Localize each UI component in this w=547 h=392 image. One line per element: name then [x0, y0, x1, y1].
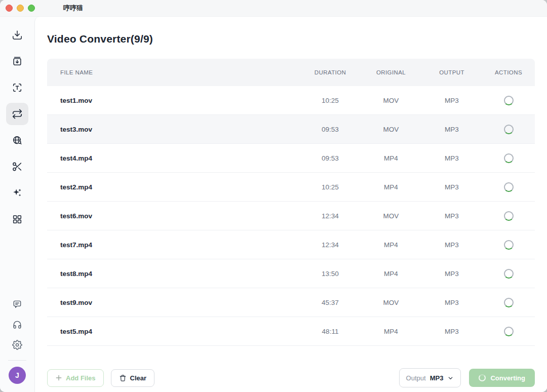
import-box-icon: [12, 56, 23, 67]
sidebar-item-trim[interactable]: [6, 155, 28, 178]
original-format-cell: MP4: [361, 270, 421, 278]
output-dropdown-value: MP3: [430, 374, 444, 382]
duration-cell: 10:25: [300, 183, 361, 191]
sidebar-item-convert[interactable]: [6, 103, 28, 125]
progress-spinner-icon[interactable]: [504, 327, 514, 336]
duration-cell: 48:11: [300, 328, 361, 335]
output-format-cell: MP3: [421, 154, 482, 162]
original-format-cell: MOV: [361, 212, 421, 220]
web-search-icon: [12, 135, 23, 146]
traffic-lights: [0, 5, 40, 12]
progress-spinner-icon[interactable]: [504, 298, 514, 307]
duration-cell: 12:34: [300, 241, 361, 249]
column-header-original: ORIGINAL: [361, 69, 421, 75]
output-format-cell: MP3: [421, 126, 482, 133]
sidebar: J: [0, 17, 34, 392]
clear-label: Clear: [130, 374, 147, 382]
output-format-dropdown[interactable]: Output MP3: [399, 368, 461, 387]
gear-icon: [12, 340, 22, 350]
sidebar-item-support[interactable]: [6, 315, 28, 335]
zoom-window-button[interactable]: [28, 5, 35, 12]
download-icon: [12, 29, 23, 41]
minimize-window-button[interactable]: [17, 5, 24, 12]
duration-cell: 45:37: [300, 299, 361, 306]
page-title: Video Converter(9/9): [47, 33, 535, 45]
duration-cell: 09:53: [300, 126, 361, 133]
table-row[interactable]: test9.mov 45:37 MOV MP3: [47, 288, 535, 317]
sidebar-item-settings[interactable]: [6, 335, 28, 355]
chat-icon: [12, 299, 22, 309]
sidebar-item-feedback[interactable]: [6, 294, 28, 315]
table-header-row: FILE NAME DURATION ORIGINAL OUTPUT ACTIO…: [47, 59, 535, 86]
progress-spinner-icon[interactable]: [504, 211, 514, 221]
sidebar-item-import-box[interactable]: [6, 50, 28, 72]
progress-spinner-icon[interactable]: [504, 182, 514, 192]
duration-cell: 10:25: [300, 97, 361, 104]
output-format-cell: MP3: [421, 299, 482, 306]
table-row[interactable]: test3.mov 09:53 MOV MP3: [47, 115, 535, 144]
file-name-cell: test7.mp4: [47, 241, 300, 249]
progress-spinner-icon[interactable]: [504, 269, 514, 279]
headphones-icon: [12, 320, 22, 330]
progress-spinner-icon[interactable]: [504, 240, 514, 250]
sparkles-icon: [12, 187, 23, 199]
converting-button[interactable]: Converting: [469, 369, 535, 387]
file-name-cell: test2.mp4: [47, 183, 300, 191]
original-format-cell: MOV: [361, 299, 421, 306]
sidebar-item-download[interactable]: [6, 24, 28, 46]
sidebar-item-ai-tools[interactable]: [6, 182, 28, 204]
loading-spinner-icon: [479, 374, 486, 381]
progress-spinner-icon[interactable]: [504, 96, 514, 105]
table-row[interactable]: test7.mp4 12:34 MP4 MP3: [47, 230, 535, 259]
sidebar-item-apps[interactable]: [6, 208, 28, 230]
app-window: 哼哼猫: [0, 0, 547, 392]
text-capture-icon: [12, 82, 23, 93]
converting-label: Converting: [490, 374, 525, 382]
file-name-cell: test9.mov: [47, 299, 300, 306]
output-format-cell: MP3: [421, 97, 482, 104]
column-header-output: OUTPUT: [421, 69, 482, 75]
original-format-cell: MOV: [361, 97, 421, 104]
table-row[interactable]: test6.mov 12:34 MOV MP3: [47, 202, 535, 230]
output-format-cell: MP3: [421, 183, 482, 191]
trash-icon: [119, 374, 127, 382]
footer-toolbar: Add Files Clear Output MP3: [47, 368, 535, 387]
sidebar-item-text-capture[interactable]: [6, 76, 28, 99]
file-name-cell: test1.mov: [47, 97, 300, 104]
original-format-cell: MP4: [361, 154, 421, 162]
scissors-icon: [12, 161, 23, 172]
column-header-actions: ACTIONS: [482, 69, 535, 75]
column-header-file-name: FILE NAME: [47, 69, 300, 75]
sidebar-divider: [8, 360, 26, 361]
apps-grid-icon: [12, 214, 23, 225]
file-table: FILE NAME DURATION ORIGINAL OUTPUT ACTIO…: [47, 59, 535, 346]
output-format-cell: MP3: [421, 212, 482, 220]
progress-spinner-icon[interactable]: [504, 125, 514, 134]
duration-cell: 09:53: [300, 154, 361, 162]
file-name-cell: test6.mov: [47, 212, 300, 220]
table-row[interactable]: test8.mp4 13:50 MP4 MP3: [47, 259, 535, 288]
close-window-button[interactable]: [6, 5, 13, 12]
output-dropdown-label: Output: [406, 374, 426, 382]
original-format-cell: MP4: [361, 183, 421, 191]
original-format-cell: MP4: [361, 328, 421, 335]
main-content: Video Converter(9/9) FILE NAME DURATION …: [34, 17, 547, 392]
table-row[interactable]: test1.mov 10:25 MOV MP3: [47, 86, 535, 115]
duration-cell: 13:50: [300, 270, 361, 278]
table-row[interactable]: test2.mp4 10:25 MP4 MP3: [47, 173, 535, 202]
original-format-cell: MOV: [361, 126, 421, 133]
table-row[interactable]: test5.mp4 48:11 MP4 MP3: [47, 317, 535, 346]
file-name-cell: test3.mov: [47, 126, 300, 133]
chevron-down-icon: [447, 375, 454, 381]
table-row[interactable]: test4.mp4 09:53 MP4 MP3: [47, 144, 535, 173]
convert-repeat-icon: [12, 108, 23, 120]
sidebar-item-web-search[interactable]: [6, 129, 28, 151]
user-avatar[interactable]: J: [9, 367, 26, 384]
output-format-cell: MP3: [421, 328, 482, 335]
clear-button[interactable]: Clear: [111, 369, 155, 387]
duration-cell: 12:34: [300, 212, 361, 220]
file-name-cell: test5.mp4: [47, 328, 300, 335]
progress-spinner-icon[interactable]: [504, 153, 514, 163]
add-files-button[interactable]: Add Files: [47, 369, 104, 387]
plus-icon: [55, 374, 62, 381]
